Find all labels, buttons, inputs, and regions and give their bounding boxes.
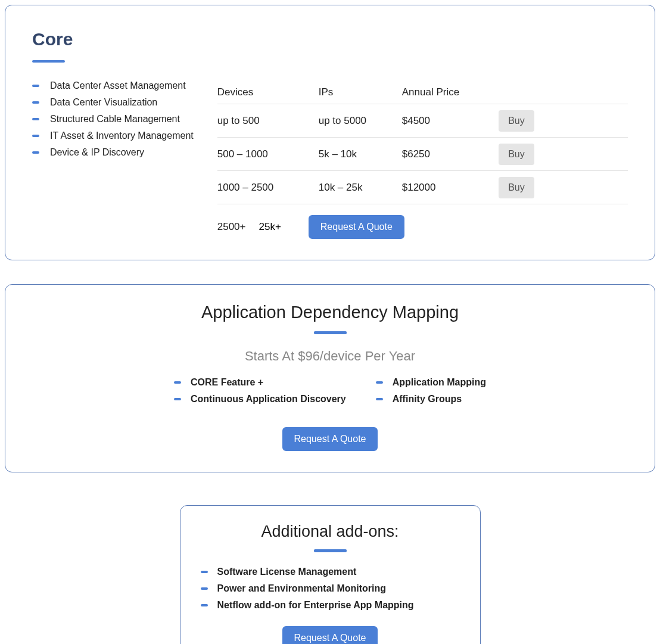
tier-devices: up to 500 (217, 115, 319, 127)
quote-row: 2500+ 25k+ Request A Quote (217, 204, 628, 239)
overflow-devices: 2500+ (217, 221, 246, 233)
addons-card: Additional add-ons: Software License Man… (180, 505, 481, 644)
dash-icon (32, 118, 39, 120)
list-item: Structured Cable Management (32, 114, 194, 125)
adm-features: CORE Feature + Continuous Application Di… (29, 377, 631, 410)
feature-label: Device & IP Discovery (50, 147, 144, 158)
tier-ips: 5k – 10k (319, 148, 402, 160)
tier-ips: up to 5000 (319, 115, 402, 127)
pricing-row: 1000 – 2500 10k – 25k $12000 Buy (217, 171, 628, 204)
list-item: Continuous Application Discovery (174, 394, 346, 405)
tier-price: $4500 (402, 115, 491, 127)
dash-icon (201, 571, 208, 573)
addons-underline (314, 549, 347, 552)
pricing-row: 500 – 1000 5k – 10k $6250 Buy (217, 138, 628, 171)
buy-button[interactable]: Buy (499, 144, 534, 165)
dash-icon (201, 604, 208, 606)
feature-label: Affinity Groups (393, 394, 462, 405)
feature-label: Software License Management (217, 567, 357, 577)
list-item: Software License Management (201, 567, 460, 577)
tier-devices: 1000 – 2500 (217, 182, 319, 194)
buy-button[interactable]: Buy (499, 110, 534, 132)
core-underline (32, 60, 65, 63)
adm-card: Application Dependency Mapping Starts At… (5, 284, 655, 472)
adm-feature-col-right: Application Mapping Affinity Groups (376, 377, 486, 410)
core-card: Core Data Center Asset Management Data C… (5, 5, 655, 260)
dash-icon (376, 381, 383, 384)
list-item: CORE Feature + (174, 377, 346, 388)
feature-label: IT Asset & Inventory Management (50, 130, 194, 141)
adm-underline (314, 331, 347, 334)
col-devices-header: Devices (217, 86, 319, 98)
addons-feature-list: Software License Management Power and En… (201, 567, 460, 611)
dash-icon (376, 398, 383, 400)
buy-button[interactable]: Buy (499, 177, 534, 198)
feature-label: CORE Feature + (191, 377, 263, 388)
feature-label: Netflow add-on for Enterprise App Mappin… (217, 600, 414, 611)
adm-subtitle: Starts At $96/device Per Year (29, 349, 631, 364)
pricing-header: Devices IPs Annual Price (217, 80, 628, 104)
tier-price: $6250 (402, 148, 491, 160)
list-item: Power and Environmental Monitoring (201, 583, 460, 594)
dash-icon (32, 151, 39, 154)
tier-ips: 10k – 25k (319, 182, 402, 194)
request-quote-button[interactable]: Request A Quote (282, 626, 378, 644)
dash-icon (32, 135, 39, 137)
dash-icon (201, 587, 208, 590)
col-ips-header: IPs (319, 86, 402, 98)
feature-label: Continuous Application Discovery (191, 394, 346, 405)
adm-quote-wrap: Request A Quote (29, 427, 631, 451)
list-item: Data Center Asset Management (32, 80, 194, 91)
feature-label: Data Center Visualization (50, 97, 157, 108)
overflow-ips: 25k+ (259, 221, 281, 233)
dash-icon (174, 398, 181, 400)
col-price-header: Annual Price (402, 86, 491, 98)
dash-icon (174, 381, 181, 384)
request-quote-button[interactable]: Request A Quote (282, 427, 378, 451)
list-item: IT Asset & Inventory Management (32, 130, 194, 141)
adm-title: Application Dependency Mapping (29, 303, 631, 322)
feature-label: Structured Cable Management (50, 114, 180, 125)
tier-price: $12000 (402, 182, 491, 194)
request-quote-button[interactable]: Request A Quote (309, 215, 404, 239)
tier-devices: 500 – 1000 (217, 148, 319, 160)
feature-label: Data Center Asset Management (50, 80, 186, 91)
feature-label: Application Mapping (393, 377, 486, 388)
list-item: Netflow add-on for Enterprise App Mappin… (201, 600, 460, 611)
addons-quote-wrap: Request A Quote (201, 626, 460, 644)
dash-icon (32, 101, 39, 104)
feature-label: Power and Environmental Monitoring (217, 583, 387, 594)
list-item: Affinity Groups (376, 394, 486, 405)
list-item: Application Mapping (376, 377, 486, 388)
dash-icon (32, 85, 39, 87)
pricing-row: up to 500 up to 5000 $4500 Buy (217, 104, 628, 138)
list-item: Device & IP Discovery (32, 147, 194, 158)
addons-title: Additional add-ons: (201, 522, 460, 541)
core-feature-list: Data Center Asset Management Data Center… (32, 80, 194, 239)
pricing-table: Devices IPs Annual Price up to 500 up to… (217, 80, 628, 239)
core-title: Core (32, 29, 628, 49)
core-body: Data Center Asset Management Data Center… (32, 80, 628, 239)
list-item: Data Center Visualization (32, 97, 194, 108)
adm-feature-col-left: CORE Feature + Continuous Application Di… (174, 377, 346, 410)
